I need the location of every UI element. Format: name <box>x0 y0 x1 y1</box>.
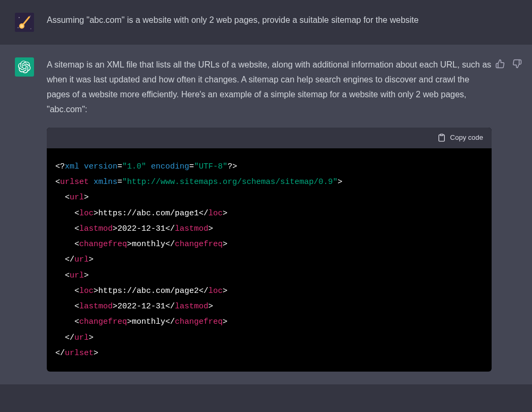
svg-point-1 <box>19 17 20 18</box>
svg-point-4 <box>30 28 31 29</box>
svg-point-2 <box>30 15 30 16</box>
assistant-avatar <box>15 57 34 77</box>
assistant-message-text: A sitemap is an XML file that lists all … <box>47 57 492 117</box>
copy-code-label: Copy code <box>450 132 483 144</box>
feedback-buttons <box>494 57 523 70</box>
user-avatar <box>15 13 34 32</box>
thumbs-up-button[interactable] <box>494 57 506 70</box>
assistant-message-row: A sitemap is an XML file that lists all … <box>0 45 532 384</box>
copy-code-button[interactable]: Copy code <box>437 132 483 144</box>
code-header: Copy code <box>47 128 492 148</box>
svg-rect-7 <box>440 134 443 136</box>
code-content: <?xml version="1.0" encoding="UTF-8"?> <… <box>47 148 492 372</box>
svg-point-6 <box>20 24 23 28</box>
user-message-text: Assuming "abc.com" is a website with onl… <box>47 13 492 28</box>
code-block: Copy code <?xml version="1.0" encoding="… <box>47 128 492 372</box>
clipboard-icon <box>437 133 446 142</box>
assistant-message-content: A sitemap is an XML file that lists all … <box>47 57 517 372</box>
thumbs-down-button[interactable] <box>511 57 523 70</box>
user-message-row: Assuming "abc.com" is a website with onl… <box>0 0 532 45</box>
user-message-content: Assuming "abc.com" is a website with onl… <box>47 13 517 32</box>
svg-point-3 <box>18 27 18 28</box>
